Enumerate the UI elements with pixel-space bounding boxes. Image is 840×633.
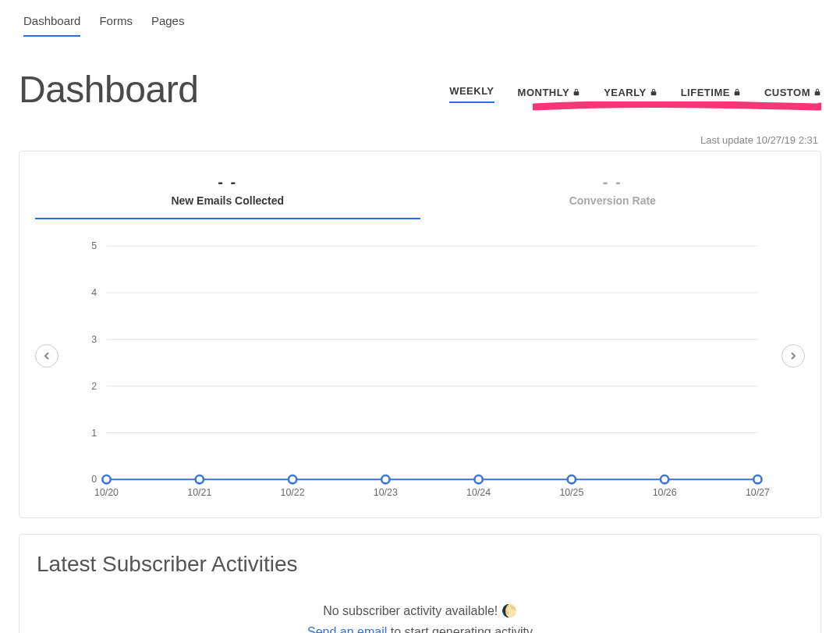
stat-new-emails[interactable]: - - New Emails Collected bbox=[35, 167, 420, 219]
last-update: Last update 10/27/19 2:31 bbox=[19, 134, 821, 146]
stat-conversion-rate[interactable]: - - Conversion Rate bbox=[420, 167, 806, 219]
page-title: Dashboard bbox=[19, 68, 198, 111]
svg-text:10/21: 10/21 bbox=[187, 487, 211, 498]
svg-text:2: 2 bbox=[91, 381, 97, 392]
lock-icon bbox=[813, 87, 821, 98]
lock-icon bbox=[572, 87, 580, 98]
lock-icon bbox=[733, 87, 741, 98]
lock-icon bbox=[650, 87, 657, 98]
svg-text:3: 3 bbox=[91, 334, 97, 345]
svg-point-19 bbox=[753, 475, 761, 483]
stat-value: - - bbox=[420, 173, 806, 191]
svg-text:4: 4 bbox=[91, 287, 97, 298]
svg-point-15 bbox=[381, 475, 389, 483]
svg-text:0: 0 bbox=[91, 474, 97, 485]
activities-title: Latest Subscriber Activities bbox=[37, 552, 803, 577]
chart-panel: - - New Emails Collected - - Conversion … bbox=[19, 151, 821, 518]
svg-point-14 bbox=[289, 475, 296, 483]
moon-icon: 🌔 bbox=[502, 604, 517, 617]
svg-text:10/27: 10/27 bbox=[746, 487, 770, 498]
svg-text:10/25: 10/25 bbox=[559, 487, 583, 498]
nav-forms[interactable]: Forms bbox=[99, 14, 133, 37]
svg-point-18 bbox=[661, 475, 668, 483]
svg-point-16 bbox=[474, 475, 482, 483]
svg-text:5: 5 bbox=[91, 240, 97, 251]
stat-label: Conversion Rate bbox=[420, 194, 806, 207]
svg-text:10/26: 10/26 bbox=[653, 487, 677, 498]
range-yearly[interactable]: YEARLY bbox=[604, 87, 657, 103]
range-weekly[interactable]: WEEKLY bbox=[449, 85, 494, 103]
range-custom[interactable]: CUSTOM bbox=[764, 87, 821, 103]
range-lifetime[interactable]: LIFETIME bbox=[681, 87, 741, 103]
svg-point-13 bbox=[196, 475, 204, 483]
annotation-highlight bbox=[449, 101, 821, 111]
no-activity-message: No subscriber activity available! 🌔 bbox=[37, 600, 803, 621]
svg-text:10/20: 10/20 bbox=[94, 487, 119, 498]
activities-panel: Latest Subscriber Activities No subscrib… bbox=[19, 534, 821, 633]
svg-text:10/23: 10/23 bbox=[374, 487, 398, 498]
range-tabs: WEEKLY MONTHLY YEARLY LIFETIME CUSTOM bbox=[449, 85, 821, 103]
svg-text:10/22: 10/22 bbox=[281, 487, 305, 498]
send-email-link[interactable]: Send an email bbox=[307, 625, 387, 633]
nav-dashboard[interactable]: Dashboard bbox=[23, 14, 80, 37]
next-button[interactable] bbox=[782, 344, 805, 368]
svg-point-17 bbox=[568, 475, 576, 483]
prev-button[interactable] bbox=[35, 344, 58, 368]
svg-point-12 bbox=[102, 475, 110, 483]
svg-text:1: 1 bbox=[91, 428, 97, 439]
range-monthly[interactable]: MONTHLY bbox=[518, 87, 581, 103]
stat-value: - - bbox=[35, 173, 420, 191]
top-nav: Dashboard Forms Pages bbox=[19, 14, 821, 40]
activity-hint: Send an email to start generating activi… bbox=[37, 621, 803, 633]
chart: 01234510/2010/2110/2210/2310/2410/2510/2… bbox=[66, 238, 774, 503]
stat-label: New Emails Collected bbox=[35, 194, 420, 207]
nav-pages[interactable]: Pages bbox=[151, 14, 185, 37]
svg-text:10/24: 10/24 bbox=[466, 487, 491, 498]
